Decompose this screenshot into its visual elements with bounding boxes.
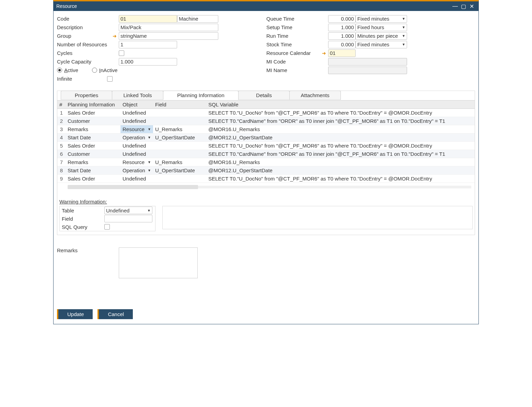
tab-details[interactable]: Details [238, 91, 290, 100]
cell-object[interactable]: Undefined [120, 175, 153, 183]
cancel-button[interactable]: Cancel [97, 309, 133, 319]
code-input[interactable] [119, 15, 177, 23]
cal-input[interactable] [328, 49, 356, 57]
remarks-textarea[interactable] [119, 247, 198, 278]
inactive-radio[interactable]: InActive [92, 67, 117, 73]
cell-field[interactable]: U_OperStartDate [153, 166, 206, 174]
close-icon[interactable]: ✕ [467, 3, 476, 10]
cell-planning-info[interactable]: Sales Order [66, 175, 120, 183]
tab-planning-information[interactable]: Planning Information [163, 91, 239, 100]
cell-field[interactable] [153, 150, 206, 158]
table-row[interactable]: 9Sales OrderUndefinedSELECT T0."U_DocNo"… [57, 175, 475, 183]
cell-sql[interactable]: @MOR12.U_OperStartDate [206, 133, 475, 141]
cell-sql[interactable]: SELECT T0."U_DocNo" from "@CT_PF_MOR6" a… [206, 175, 475, 183]
run-input[interactable] [328, 32, 356, 40]
minimize-icon[interactable]: — [451, 3, 459, 10]
cell-planning-info[interactable]: Start Date [66, 133, 120, 141]
cell-field[interactable]: U_Remarks [153, 158, 206, 166]
cell-object[interactable]: Undefined [120, 117, 153, 125]
left-column: Code Description Group ➜ Number of Resou… [57, 14, 218, 83]
cell-planning-info[interactable]: Start Date [66, 166, 120, 174]
numres-input[interactable] [119, 41, 177, 48]
queue-input[interactable] [328, 15, 356, 23]
col-pi[interactable]: Planning Information [66, 101, 120, 108]
micode-input[interactable] [328, 58, 407, 66]
cell-planning-info[interactable]: Remarks [66, 125, 120, 133]
link-arrow-icon[interactable]: ➜ [322, 50, 327, 56]
row-number: 9 [57, 175, 66, 183]
link-arrow-icon[interactable]: ➜ [113, 33, 117, 39]
table-row[interactable]: 4Start DateOperation▼U_OperStartDate@MOR… [57, 133, 475, 142]
warn-sql-checkbox[interactable] [104, 224, 110, 230]
maximize-icon[interactable]: ▢ [459, 3, 467, 10]
cell-object[interactable]: Operation▼ [120, 133, 153, 141]
cell-sql[interactable]: SELECT T0."U_DocNo" from "@CT_PF_MOR6" a… [206, 109, 475, 117]
stock-unit-select[interactable]: Fixed minutes ▼ [356, 41, 407, 48]
warning-section: Warning Information: Table Undefined ▼ F… [57, 199, 475, 235]
chevron-down-icon: ▼ [148, 127, 151, 131]
warn-table-select[interactable]: Undefined ▼ [104, 207, 152, 214]
queue-unit-select[interactable]: Fixed minutes ▼ [356, 15, 407, 23]
update-button[interactable]: Update [57, 309, 93, 319]
stock-label: Stock Time [266, 42, 328, 47]
cell-sql[interactable]: SELECT T0."CardName" from "ORDR" as T0 i… [206, 150, 475, 158]
type-input[interactable] [177, 15, 218, 23]
warn-table-label: Table [60, 208, 104, 213]
tab-attachments[interactable]: Attachments [289, 91, 341, 100]
setup-input[interactable] [328, 24, 356, 31]
cell-sql[interactable]: SELECT T0."CardName" from "ORDR" as T0 i… [206, 117, 475, 125]
cell-sql[interactable]: @MOR16.U_Remarks [206, 158, 475, 166]
infinite-checkbox[interactable] [107, 76, 113, 82]
cell-planning-info[interactable]: Customer [66, 150, 120, 158]
cell-sql[interactable]: @MOR12.U_OperStartDate [206, 166, 475, 174]
cell-planning-info[interactable]: Customer [66, 117, 120, 125]
table-row[interactable]: 8Start DateOperation▼U_OperStartDate@MOR… [57, 166, 475, 175]
warning-text-area[interactable] [162, 206, 473, 229]
chevron-down-icon: ▼ [148, 160, 151, 164]
warn-field-input[interactable] [104, 215, 152, 222]
cell-field[interactable] [153, 175, 206, 183]
col-obj[interactable]: Object [120, 101, 153, 108]
cell-object[interactable]: Resource▼ [120, 125, 153, 133]
row-number: 4 [57, 133, 66, 141]
run-unit-select[interactable]: Minutes per piece ▼ [356, 32, 407, 40]
cell-object[interactable]: Undefined [120, 150, 153, 158]
cell-planning-info[interactable]: Sales Order [66, 142, 120, 150]
cycles-checkbox[interactable] [119, 50, 124, 56]
scroll-thumb[interactable] [68, 185, 198, 189]
cell-object[interactable]: Undefined [120, 109, 153, 117]
stock-input[interactable] [328, 41, 356, 48]
cell-field[interactable] [153, 109, 206, 117]
cal-label: Resource Calendar [266, 50, 322, 56]
table-row[interactable]: 5Sales OrderUndefinedSELECT T0."U_DocNo"… [57, 142, 475, 150]
cyclecap-input[interactable] [119, 58, 177, 66]
table-row[interactable]: 2CustomerUndefinedSELECT T0."CardName" f… [57, 117, 475, 125]
col-sql[interactable]: SQL Variable [206, 101, 475, 108]
cell-sql[interactable]: SELECT T0."U_DocNo" from "@CT_PF_MOR6" a… [206, 142, 475, 150]
cell-planning-info[interactable]: Remarks [66, 158, 120, 166]
chevron-down-icon: ▼ [148, 168, 151, 172]
cell-object[interactable]: Undefined [120, 142, 153, 150]
cell-planning-info[interactable]: Sales Order [66, 109, 120, 117]
col-field[interactable]: Field [153, 101, 206, 108]
cell-field[interactable]: U_OperStartDate [153, 133, 206, 141]
cell-field[interactable] [153, 142, 206, 150]
cell-field[interactable]: U_Remarks [153, 125, 206, 133]
setup-unit-select[interactable]: Fixed hours ▼ [356, 24, 407, 31]
miname-input[interactable] [328, 67, 407, 74]
group-input[interactable] [119, 32, 218, 40]
table-row[interactable]: 6CustomerUndefinedSELECT T0."CardName" f… [57, 150, 475, 158]
cell-object[interactable]: Resource▼ [120, 158, 153, 166]
tab-properties[interactable]: Properties [61, 91, 112, 100]
desc-input[interactable] [119, 24, 218, 31]
table-row[interactable]: 3RemarksResource▼U_Remarks@MOR16.U_Remar… [57, 125, 475, 133]
active-radio[interactable]: Active [57, 67, 78, 73]
cell-sql[interactable]: @MOR16.U_Remarks [206, 125, 475, 133]
cell-object[interactable]: Operation▼ [120, 166, 153, 174]
horizontal-scrollbar[interactable] [57, 185, 475, 189]
tab-linked-tools[interactable]: Linked Tools [112, 91, 163, 100]
table-row[interactable]: 1Sales OrderUndefinedSELECT T0."U_DocNo"… [57, 109, 475, 117]
cell-field[interactable] [153, 117, 206, 125]
col-num[interactable]: # [57, 101, 66, 108]
table-row[interactable]: 7RemarksResource▼U_Remarks@MOR16.U_Remar… [57, 158, 475, 166]
